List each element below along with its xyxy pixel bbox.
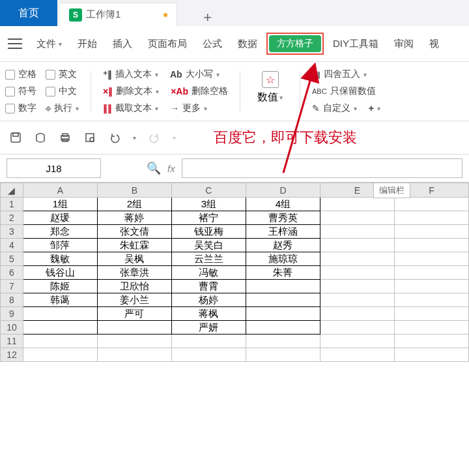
- menu-view[interactable]: 视: [423, 35, 446, 53]
- cell[interactable]: 4组: [246, 198, 320, 211]
- btn-case[interactable]: Ab大小写▾: [170, 68, 220, 80]
- cell[interactable]: [394, 348, 468, 362]
- cell[interactable]: [246, 335, 320, 348]
- row-header[interactable]: 4: [1, 239, 23, 252]
- cell[interactable]: [320, 225, 394, 239]
- cell[interactable]: [394, 239, 468, 252]
- print-preview-icon[interactable]: [83, 131, 96, 144]
- cell[interactable]: [97, 348, 171, 362]
- row-header[interactable]: 9: [1, 307, 23, 321]
- cell[interactable]: 严妍: [171, 321, 246, 335]
- cell[interactable]: [320, 239, 394, 252]
- cell[interactable]: 姜小兰: [97, 293, 171, 307]
- cell[interactable]: [320, 211, 394, 225]
- cell[interactable]: [97, 321, 171, 335]
- row-header[interactable]: 5: [1, 252, 23, 266]
- select-all-corner[interactable]: ◢: [1, 183, 23, 198]
- cell[interactable]: 韩蔼: [23, 293, 97, 307]
- cb-chinese[interactable]: 中文: [46, 85, 77, 97]
- cell[interactable]: [320, 348, 394, 362]
- col-header[interactable]: C: [171, 183, 246, 198]
- save-icon[interactable]: [9, 131, 22, 144]
- new-tab-button[interactable]: +: [203, 9, 212, 26]
- home-tab[interactable]: 首页: [0, 0, 57, 26]
- cell[interactable]: [320, 335, 394, 348]
- btn-more[interactable]: →更多▾: [170, 102, 207, 114]
- redo-icon[interactable]: [148, 131, 161, 144]
- cell[interactable]: 褚宁: [171, 211, 246, 225]
- hamburger-icon[interactable]: [8, 38, 22, 49]
- cell[interactable]: 2组: [97, 198, 171, 211]
- cell[interactable]: [394, 280, 468, 293]
- cell[interactable]: 王梓涵: [246, 225, 320, 239]
- menu-ffgz[interactable]: 方方格子: [269, 35, 321, 52]
- cell[interactable]: 朱虹霖: [97, 239, 171, 252]
- cell[interactable]: [23, 335, 97, 348]
- menu-start[interactable]: 开始: [71, 35, 104, 53]
- formula-input[interactable]: [182, 158, 462, 178]
- menu-review[interactable]: 审阅: [388, 35, 420, 53]
- cell[interactable]: [394, 293, 468, 307]
- name-box[interactable]: J18: [7, 158, 101, 178]
- cell[interactable]: [394, 307, 468, 321]
- menu-formula[interactable]: 公式: [196, 35, 229, 53]
- btn-custom[interactable]: ✎自定义▾ +▾: [312, 102, 380, 114]
- undo-dropdown-icon[interactable]: ▾: [133, 134, 136, 141]
- cell[interactable]: [246, 307, 320, 321]
- btn-insert-text[interactable]: ⁺∥插入文本▾: [103, 68, 158, 80]
- cell[interactable]: 赵秀: [246, 239, 320, 252]
- menu-insert[interactable]: 插入: [106, 35, 139, 53]
- cell[interactable]: 朱菁: [246, 266, 320, 280]
- fx-label[interactable]: fx: [167, 163, 175, 174]
- cell[interactable]: 杨婷: [171, 293, 246, 307]
- cell[interactable]: [394, 198, 468, 211]
- cell[interactable]: [394, 335, 468, 348]
- btn-keep-value[interactable]: ABC只保留数值: [312, 85, 380, 97]
- row-header[interactable]: 10: [1, 321, 23, 335]
- cell[interactable]: [394, 225, 468, 239]
- cell[interactable]: [23, 321, 97, 335]
- col-header[interactable]: D: [246, 183, 320, 198]
- print-icon[interactable]: [59, 131, 72, 144]
- cell[interactable]: 钱亚梅: [171, 225, 246, 239]
- btn-delete-text[interactable]: ×∥删除文本▾: [103, 85, 159, 97]
- cell[interactable]: 严可: [97, 307, 171, 321]
- btn-extract-text[interactable]: ∥∥截取文本▾: [103, 102, 158, 114]
- cell[interactable]: [320, 293, 394, 307]
- row-header[interactable]: 7: [1, 280, 23, 293]
- row-header[interactable]: 8: [1, 293, 23, 307]
- col-header[interactable]: A: [23, 183, 97, 198]
- cell[interactable]: [97, 335, 171, 348]
- menu-data[interactable]: 数据: [231, 35, 264, 53]
- cell[interactable]: [246, 348, 320, 362]
- cell[interactable]: [171, 348, 246, 362]
- cell[interactable]: 蒋婷: [97, 211, 171, 225]
- cell[interactable]: 邹萍: [23, 239, 97, 252]
- cell[interactable]: 冯敏: [171, 266, 246, 280]
- file-menu[interactable]: 文件 ▾: [30, 35, 68, 53]
- cell[interactable]: 赵瑗: [23, 211, 97, 225]
- undo-icon[interactable]: [108, 131, 121, 144]
- row-header[interactable]: 12: [1, 348, 23, 362]
- cell[interactable]: [394, 321, 468, 335]
- cb-english[interactable]: 英文: [46, 68, 77, 80]
- btn-execute[interactable]: ⎆执行▾: [46, 102, 79, 114]
- cell[interactable]: 魏敏: [23, 252, 97, 266]
- cell[interactable]: [320, 321, 394, 335]
- cell[interactable]: [320, 280, 394, 293]
- row-header[interactable]: 1: [1, 198, 23, 211]
- cell[interactable]: [246, 293, 320, 307]
- cell[interactable]: [23, 307, 97, 321]
- search-icon[interactable]: 🔍: [147, 161, 161, 175]
- cell[interactable]: [171, 335, 246, 348]
- preview-icon[interactable]: [34, 131, 47, 144]
- cell[interactable]: [394, 266, 468, 280]
- cell[interactable]: [320, 266, 394, 280]
- cell[interactable]: [320, 252, 394, 266]
- cell[interactable]: [320, 198, 394, 211]
- cell[interactable]: [246, 280, 320, 293]
- cb-number[interactable]: 数字: [5, 102, 36, 114]
- sheet-table[interactable]: ◢ A B C D E F 11组2组3组4组2赵瑗蒋婷褚宁曹秀英3郑念张文倩钱…: [0, 183, 469, 362]
- cell[interactable]: 卫欣怡: [97, 280, 171, 293]
- cell[interactable]: 云兰兰: [171, 252, 246, 266]
